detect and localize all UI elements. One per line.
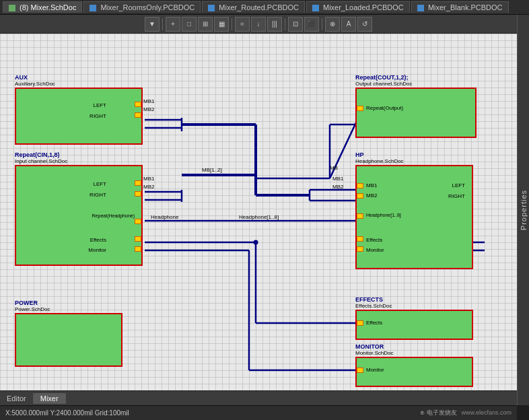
toolbar-cross-btn[interactable]: ⊕	[325, 17, 340, 32]
hp-mb1-pin	[357, 183, 363, 188]
tab-icon-pcb3	[312, 5, 319, 11]
hp-mb2-outside: MB2	[332, 184, 343, 190]
toolbar: ▼ + □ ⊞ ▦ ≈ ↓ ||| ⊡ ⬛ ⊕ A ↺	[0, 15, 517, 34]
power-block[interactable]	[15, 313, 122, 367]
toolbar-sep4	[322, 18, 322, 30]
aux-right-label: RIGHT	[90, 113, 106, 119]
output-title: Repeat(COUT,1,2);	[355, 74, 409, 81]
input-left-pin	[135, 180, 141, 186]
effects-port-label: Effects	[366, 320, 382, 326]
input-subtitle: Input channel.SchDoc	[15, 158, 67, 164]
aux-left-label: LEFT	[93, 102, 106, 108]
monitor-port-label: Monitor	[366, 367, 384, 373]
monitor-block[interactable]: Monitor	[355, 357, 473, 387]
tab-loaded-pcb[interactable]: Mixer_Loaded.PCBDOC	[306, 1, 410, 13]
power-subtitle: Power.SchDoc	[15, 306, 50, 312]
tab-icon-sch	[9, 5, 15, 11]
input-monitor-pin	[135, 246, 141, 252]
aux-left-pin	[135, 102, 141, 107]
status-logo: ⊕ 电子发烧友 www.elecfans.com	[420, 409, 512, 417]
hp-subtitle: Headphone.SchDoc	[355, 158, 404, 164]
tab-icon-pcb2	[208, 5, 215, 11]
input-headphone-pin	[135, 219, 141, 224]
hp-headphone-pin	[357, 213, 363, 219]
toolbar-sep1	[162, 18, 163, 30]
input-right-pin	[135, 191, 141, 197]
input-monitor-label: Monitor	[88, 247, 106, 253]
statusbar: X:5000.000mil Y:2400.000mil Grid:100mil …	[0, 405, 517, 420]
effects-title: EFFECTS	[355, 296, 383, 303]
toolbar-grid-btn[interactable]: ⊞	[198, 17, 213, 32]
hp-title: HP	[355, 151, 364, 158]
input-effects-pin	[135, 236, 141, 242]
aux-mb2-label: MB2	[143, 106, 154, 112]
status-coords: X:5000.000mil Y:2400.000mil Grid:100mil	[5, 409, 129, 417]
tab-editor[interactable]: Editor	[0, 393, 34, 404]
tab-icon-pcb1	[90, 5, 96, 11]
toolbar-add-btn[interactable]: +	[166, 17, 180, 32]
hp-monitor-pin	[357, 246, 363, 252]
aux-right-pin	[135, 112, 141, 118]
input-right-label: RIGHT	[90, 192, 106, 198]
toolbar-down-btn[interactable]: ↓	[251, 17, 266, 32]
monitor-title: MONITOR	[355, 343, 384, 350]
titlebar: (8) Mixer.SchDoc Mixer_RoomsOnly.PCBDOC …	[0, 0, 529, 15]
tab-rooms-pcb[interactable]: Mixer_RoomsOnly.PCBDOC	[83, 1, 201, 13]
input-mb1-label: MB1	[143, 176, 154, 182]
output-block[interactable]: Repeat(Output)	[355, 88, 477, 138]
input-title: Repeat(CIN,1,8)	[15, 151, 60, 158]
toolbar-square-btn[interactable]: ⬛	[304, 17, 319, 32]
hp-monitor-label: Monitor	[366, 247, 384, 253]
svg-point-22	[254, 240, 258, 245]
hp-mb2-pin	[357, 193, 363, 199]
hp-mb1-label: MB1	[366, 182, 377, 188]
output-pin	[357, 106, 363, 111]
input-left-label: LEFT	[93, 181, 106, 187]
aux-title: AUX	[15, 74, 28, 81]
input-effects-label: Effects	[90, 237, 106, 243]
hp-right-label: RIGHT	[448, 193, 465, 199]
tab-mixer[interactable]: Mixer	[34, 393, 66, 404]
tab-blank-pcb[interactable]: Mixer_Blank.PCBDOC	[411, 1, 509, 13]
hp-mb1-outside: MB1	[332, 176, 343, 182]
effects-subtitle: Effects.SchDoc	[355, 303, 392, 309]
bottom-tabs: Editor Mixer	[0, 390, 517, 405]
monitor-subtitle: Monitor.SchDoc	[355, 350, 393, 356]
canvas-area[interactable]: AUX Auxiliary.SchDoc LEFT RIGHT MB1 MB2 …	[0, 34, 517, 390]
hp-left-label: LEFT	[452, 182, 465, 188]
toolbar-text-btn[interactable]: A	[341, 17, 356, 32]
effects-port-pin	[357, 320, 363, 326]
power-title: POWER	[15, 300, 38, 306]
toolbar-undo-btn[interactable]: ↺	[357, 17, 372, 32]
input-headphone-label: Repeat(Headphone)	[92, 213, 135, 218]
tab-icon-pcb4	[417, 5, 424, 11]
toolbar-wave-btn[interactable]: ≈	[235, 17, 250, 32]
output-port-label: Repeat(Output)	[366, 105, 403, 111]
toolbar-circle-btn[interactable]: ⊡	[288, 17, 303, 32]
toolbar-lines-btn[interactable]: |||	[267, 17, 282, 32]
hp-mb2-label: MB2	[366, 193, 377, 199]
aux-block[interactable]: LEFT RIGHT	[15, 88, 143, 145]
hp-effects-label: Effects	[366, 237, 382, 243]
mb-wire-label: MB	[330, 165, 338, 171]
hp-block[interactable]: MB1 MB2 LEFT RIGHT Headphone[1..8] Effec…	[355, 165, 473, 269]
headphone18-wire-label: Headphone[1..8]	[239, 214, 279, 220]
effects-block[interactable]: Effects	[355, 310, 473, 340]
properties-panel[interactable]: Properties	[517, 15, 529, 405]
output-subtitle: Output channel.SchDoc	[355, 81, 413, 87]
tab-routed-pcb[interactable]: Mixer_Routed.PCBDOC	[202, 1, 305, 13]
toolbar-sep3	[285, 18, 285, 30]
toolbar-filter-btn[interactable]: ▼	[145, 17, 160, 32]
tab-mixer-schdoc[interactable]: (8) Mixer.SchDoc	[3, 1, 82, 13]
headphone-wire-label: Headphone	[151, 214, 178, 220]
toolbar-rect-btn[interactable]: □	[182, 17, 197, 32]
hp-effects-pin	[357, 236, 363, 242]
aux-subtitle: Auxiliary.SchDoc	[15, 81, 55, 87]
aux-mb1-label: MB1	[143, 98, 154, 104]
input-mb2-label: MB2	[143, 184, 154, 190]
input-block[interactable]: LEFT RIGHT Repeat(Headphone) Effects Mon…	[15, 165, 143, 266]
properties-label: Properties	[520, 190, 528, 230]
toolbar-table-btn[interactable]: ▦	[214, 17, 229, 32]
toolbar-sep2	[232, 18, 232, 30]
hp-headphone18-label: Headphone[1..8]	[366, 213, 401, 217]
